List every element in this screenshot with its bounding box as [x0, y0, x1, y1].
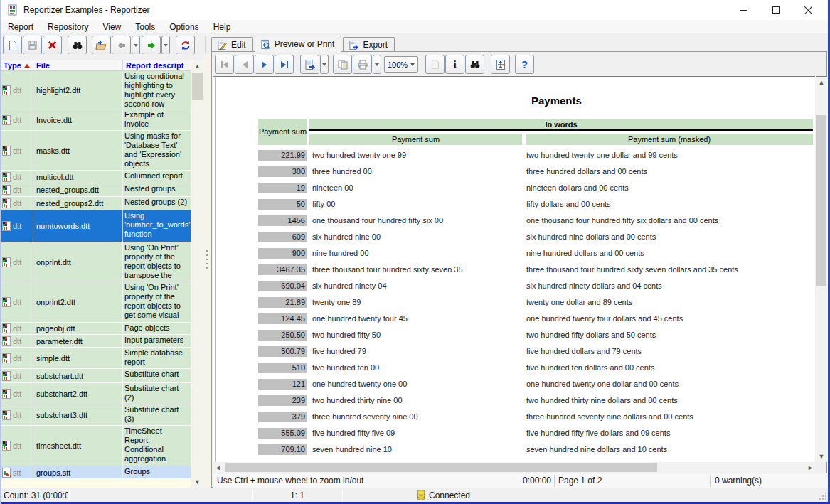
next-page-button[interactable] [255, 55, 274, 74]
file-row-invoice[interactable]: dttInvoice.dttExample of invoice [1, 109, 191, 131]
file-row-simple[interactable]: dttsimple.dttSimple database report [1, 348, 191, 369]
scroll-left-icon[interactable]: ◄ [213, 462, 223, 473]
file-row-groups[interactable]: sttgroups.sttGroups [1, 466, 191, 479]
file-row-nested-groups2[interactable]: dttnested_groups2.dttNested groups (2) [1, 197, 191, 210]
file-row-highlight2[interactable]: dtthighlight2.dttUsing conditional highl… [1, 71, 191, 109]
scroll-down-icon[interactable]: ▼ [191, 476, 203, 488]
horizontal-scroll-thumb[interactable] [225, 463, 657, 472]
save-report-button[interactable] [23, 36, 42, 55]
elapsed-time: 0:00:00 [494, 476, 551, 486]
tab-preview-or-print[interactable]: Preview or Print [255, 36, 342, 52]
menu-report[interactable]: Report [1, 21, 41, 33]
report-header-sum: Payment sum [258, 119, 307, 145]
file-row-onprint2[interactable]: dttonprint2.dttUsing 'On Print' property… [1, 282, 191, 323]
vertical-scroll-thumb[interactable] [816, 115, 826, 286]
file-row-masks[interactable]: dttmasks.dttUsing masks for 'Database Te… [1, 131, 191, 171]
report-info-button[interactable]: i [445, 55, 464, 74]
export-dropdown[interactable] [320, 55, 329, 74]
scroll-down-icon[interactable]: ▼ [816, 451, 827, 462]
dtt-file-icon [2, 185, 11, 195]
copy-button[interactable] [333, 55, 352, 74]
last-page-button[interactable] [275, 55, 294, 74]
stt-file-icon [2, 468, 11, 478]
tab-export[interactable]: Export [343, 37, 395, 52]
dtt-file-icon [2, 410, 11, 420]
export-tab-icon [349, 40, 359, 50]
menu-view[interactable]: View [95, 21, 128, 33]
forward-button[interactable] [142, 36, 161, 55]
refresh-icon [180, 40, 191, 51]
file-list-scrollbar[interactable]: ▲ ▼ [191, 60, 203, 488]
file-list-scroll-thumb[interactable] [192, 73, 203, 100]
app-icon [7, 4, 18, 16]
file-list-rows: dtthighlight2.dttUsing conditional highl… [1, 71, 191, 479]
zoom-select[interactable]: 100% [384, 56, 418, 73]
panel-splitter[interactable] [203, 54, 211, 488]
dtt-file-icon [2, 257, 11, 267]
export-icon [304, 59, 316, 70]
find-in-preview-button[interactable] [465, 55, 484, 74]
file-row-nested-groups[interactable]: dttnested_groups.dttNested groups [1, 183, 191, 197]
export-result-button[interactable] [300, 55, 319, 74]
column-header-type[interactable]: Type [1, 60, 33, 70]
tab-edit-label: Edit [231, 40, 246, 50]
file-row-pageobj[interactable]: dttpageobj.dttPage objects [1, 323, 191, 335]
file-row-substchart2[interactable]: dttsubstchart2.dttSubstitute chart (2) [1, 383, 191, 404]
preview-horizontal-scrollbar[interactable]: ◄ ► [213, 462, 816, 473]
delete-report-button[interactable] [43, 36, 62, 55]
preview-status-bar: Use Ctrl + mouse wheel to zoom in/out 0:… [213, 473, 827, 488]
column-header-description[interactable]: Report descript [123, 60, 191, 70]
report-header-masked: Payment sum (masked) [526, 134, 813, 145]
file-row-numtowords-selected[interactable]: dttnumtowords.dttUsing 'number_to_words'… [1, 210, 191, 242]
file-row-substchart3[interactable]: dttsubstchart3.dttSubstitute chart (3) [1, 404, 191, 426]
prev-page-icon [239, 59, 250, 70]
report-row: 50fifty 00fifty dollars and 00 cents [213, 199, 815, 215]
menu-tools[interactable]: Tools [128, 21, 162, 33]
print-button[interactable] [353, 55, 372, 74]
back-arrow-icon [116, 40, 127, 51]
maximize-icon [772, 6, 780, 14]
scroll-up-icon[interactable]: ▲ [191, 60, 203, 72]
menu-options[interactable]: Options [162, 21, 206, 33]
close-button[interactable] [792, 0, 825, 20]
menu-help[interactable]: Help [206, 21, 238, 33]
splitter-grip-icon [206, 250, 208, 252]
minimize-icon [740, 10, 747, 11]
tab-edit[interactable]: Edit [211, 37, 253, 52]
menu-repository[interactable]: Repository [41, 21, 95, 33]
file-row-multicol[interactable]: dttmulticol.dttColumned report [1, 171, 191, 183]
forward-history-dropdown[interactable] [161, 36, 170, 55]
page-view-button[interactable] [425, 55, 445, 74]
help-button[interactable]: ? [515, 55, 534, 74]
back-history-dropdown[interactable] [132, 36, 140, 55]
resize-grip-icon[interactable] [825, 498, 826, 500]
file-row-parameter[interactable]: dttparameter.dttInput parameters [1, 335, 191, 348]
print-dropdown[interactable] [373, 55, 381, 74]
page-indicator: Page 1 of 2 [558, 476, 602, 486]
minimize-button[interactable] [727, 0, 760, 20]
file-row-substchart[interactable]: dttsubstchart.dttSubstitute chart [1, 369, 191, 383]
report-preview: Payments Payment sum In words Payment su… [213, 76, 815, 462]
report-row: 124.45one hundred twenty four 45one hund… [213, 313, 815, 330]
page-setup-button[interactable] [491, 55, 510, 74]
find-report-button[interactable] [68, 36, 87, 55]
title-bar: Reportizer Examples - Reportizer [1, 0, 830, 20]
report-row: 3467.35three thousand four hundred sixty… [213, 264, 815, 281]
new-report-button[interactable] [3, 36, 22, 55]
preview-vertical-scrollbar[interactable]: ▲ ▼ [816, 76, 827, 462]
file-row-timesheet[interactable]: dtttimesheet.dttTimeSheet Report. Condit… [1, 426, 191, 466]
first-page-button[interactable] [215, 55, 234, 74]
file-row-onprint[interactable]: dttonprint.dttUsing 'On Print' property … [1, 242, 191, 282]
back-button[interactable] [112, 36, 131, 55]
column-header-file[interactable]: File [33, 60, 123, 70]
report-row: 900nine hundred 00nine hundred dollars a… [213, 248, 815, 264]
scroll-up-icon[interactable]: ▲ [816, 77, 827, 88]
scroll-right-icon[interactable]: ► [805, 462, 816, 473]
info-icon: i [453, 58, 456, 70]
refresh-button[interactable] [176, 36, 195, 55]
add-folder-button[interactable] [92, 36, 111, 55]
report-rows: 221.99two hundred twenty one 99two hundr… [213, 150, 815, 461]
report-row: 239two hundred thirty nine 00two hundred… [213, 395, 815, 412]
previous-page-button[interactable] [235, 55, 254, 74]
maximize-button[interactable] [760, 0, 792, 20]
